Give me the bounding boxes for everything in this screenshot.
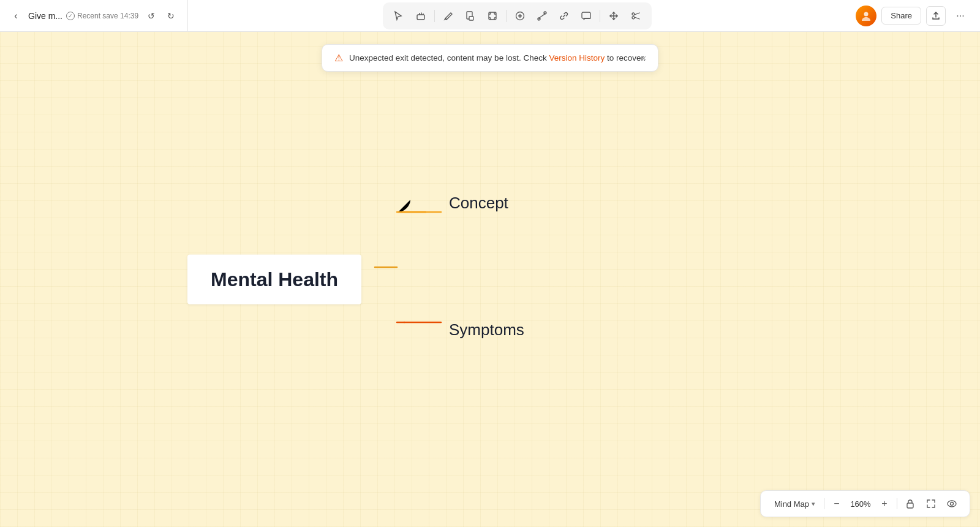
svg-rect-12 [582,12,590,18]
undo-redo-group: ↺ ↻ [142,7,180,25]
link-tool[interactable] [554,6,574,26]
mindmap-area: ⚠ Unexpected exit detected, content may … [0,32,980,527]
document-title: Give m... [28,11,62,21]
save-indicator: ✓ Recent save 14:39 [66,12,138,20]
connector-tool[interactable] [532,6,552,26]
top-toolbar: ‹ Give m... ✓ Recent save 14:39 ↺ ↻ [0,0,980,32]
symptoms-branch-label[interactable]: Symptoms [449,320,524,339]
undo-button[interactable]: ↺ [142,7,160,25]
back-button[interactable]: ‹ [7,7,24,25]
svg-point-14 [632,17,635,19]
map-type-selector[interactable]: Mind Map ▾ [771,498,819,510]
pen-tool[interactable] [439,6,458,26]
save-time-label: Recent save 14:39 [77,12,138,20]
central-node-text: Mental Health [211,268,338,290]
toolbar-right: Share ··· [846,6,980,26]
svg-point-15 [864,12,869,16]
tool-sep-1 [434,10,435,22]
svg-rect-6 [489,12,496,20]
svg-rect-16 [907,503,913,508]
hand-tool[interactable] [411,6,431,26]
toolbar-center [188,2,846,29]
status-bar: Mind Map ▾ − 160% + [760,490,970,517]
svg-point-18 [951,502,954,506]
tool-sep-2 [506,10,507,22]
warning-icon: ⚠ [334,52,343,64]
redo-button[interactable]: ↻ [162,7,180,25]
export-button[interactable] [926,6,946,26]
user-avatar[interactable] [856,6,876,26]
notification-close-button[interactable]: × [637,51,650,65]
zoom-level-label: 160% [849,499,872,509]
svg-point-17 [948,501,956,507]
tool-sep-3 [600,10,600,22]
concept-text: Concept [449,194,508,212]
notification-banner: ⚠ Unexpected exit detected, content may … [322,44,658,72]
svg-rect-0 [417,15,424,20]
toolbar-left: ‹ Give m... ✓ Recent save 14:39 ↺ ↻ [0,0,188,31]
chevron-down-icon: ▾ [812,500,815,508]
canvas[interactable]: ⚠ Unexpected exit detected, content may … [0,32,980,527]
svg-rect-5 [469,17,473,20]
eye-button[interactable] [944,496,960,512]
scissors-tool[interactable] [626,6,646,26]
note-tool[interactable] [461,6,480,26]
lock-button[interactable] [902,496,918,512]
select-tool[interactable] [389,6,409,26]
status-separator-2 [897,498,897,509]
save-check-icon: ✓ [66,12,75,20]
map-type-label: Mind Map [774,499,809,509]
svg-point-13 [632,13,635,15]
comment-tool[interactable] [576,6,596,26]
branch-connectors [0,32,980,527]
tool-group [383,2,652,29]
more-options-button[interactable]: ··· [951,6,970,26]
add-tool[interactable] [510,6,530,26]
notification-text: Unexpected exit detected, content may be… [349,53,646,63]
move-tool[interactable] [604,6,624,26]
share-button[interactable]: Share [881,7,921,25]
zoom-out-button[interactable]: − [829,496,844,511]
concept-branch-label[interactable]: Concept [449,194,508,213]
version-history-link[interactable]: Version History [549,53,605,63]
central-node[interactable]: Mental Health [187,255,361,305]
fit-screen-button[interactable] [923,496,939,512]
status-separator-1 [824,498,824,509]
zoom-in-button[interactable]: + [877,496,892,511]
frame-tool[interactable] [483,6,502,26]
symptoms-text: Symptoms [449,320,524,339]
